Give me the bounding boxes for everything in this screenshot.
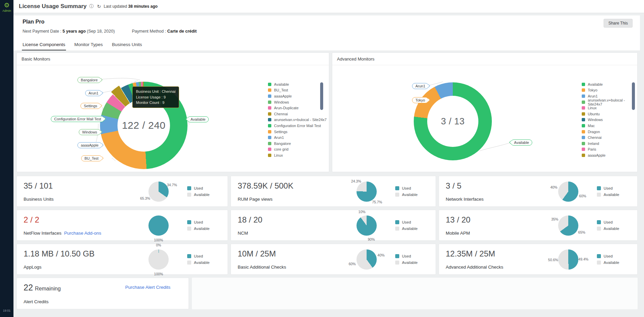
usage-label: Network Interfaces <box>446 197 484 202</box>
usage-pie-chart: 40%60% <box>338 244 395 275</box>
pie[interactable] <box>148 182 169 202</box>
legend-item[interactable]: Linux <box>268 152 327 158</box>
legend-scrollbar[interactable] <box>632 82 635 110</box>
legend-item[interactable]: Arun-Duplicate <box>268 105 327 111</box>
legend-label: core grid <box>274 147 289 151</box>
pie[interactable] <box>148 249 169 270</box>
last-updated-prefix: Last updated <box>104 4 127 9</box>
usage-card: 378.59K / 500KRUM Page views75.7%24.3%Us… <box>231 176 436 207</box>
usage-value: 2 / 2 <box>24 215 130 225</box>
legend-label: Available <box>194 193 209 197</box>
callout-settings: Settings <box>80 103 101 109</box>
pie-percent-used: 49.4% <box>578 257 588 261</box>
pie[interactable] <box>357 215 377 236</box>
usage-card-text: 2 / 2NetFlow InterfacesPurchase Add-ons <box>17 210 130 240</box>
callout-available: Available <box>511 140 532 146</box>
pie-percent-used: 100% <box>154 238 163 242</box>
tab-license-components[interactable]: License Components <box>23 42 65 50</box>
pie[interactable] <box>558 215 578 236</box>
usage-cards-grid: 35 / 101Business Units34.7%65.3%UsedAvai… <box>16 176 638 275</box>
legend-label: Available <box>194 227 209 231</box>
legend-label: Available <box>604 261 619 265</box>
legend-swatch <box>582 88 585 92</box>
legend-item[interactable]: Tokyo <box>582 87 637 93</box>
purchase-alert-credits-link[interactable]: Purchase Alert Credits <box>125 285 170 290</box>
legend-label: Used <box>194 220 203 224</box>
pie-legend-available: Available <box>597 193 637 197</box>
refresh-icon[interactable]: ↻ <box>97 4 101 9</box>
pie-legend: UsedAvailable <box>597 176 637 206</box>
legend-item[interactable]: Arun1 <box>268 134 327 141</box>
legend-item[interactable]: arunselvan.v+bulocal - Site24x7 <box>582 99 637 105</box>
pie-legend: UsedAvailable <box>597 244 637 274</box>
alert-credits-label: Alert Credits <box>24 299 48 304</box>
legend-swatch <box>187 254 191 258</box>
legend-label: Arun1 <box>588 94 598 98</box>
usage-pie-chart: 60%40% <box>540 176 597 207</box>
usage-label: AppLogs <box>24 265 41 270</box>
legend-item[interactable]: Mac <box>582 123 637 129</box>
usage-card: 10M / 25MBasic Additional Checks40%60%Us… <box>231 244 436 275</box>
legend-item[interactable]: Windows <box>268 99 327 105</box>
legend-item[interactable]: Available <box>582 81 637 87</box>
usage-value: 3 / 5 <box>446 181 540 191</box>
legend-item[interactable]: core grid <box>268 147 327 153</box>
legend-swatch <box>582 112 585 116</box>
legend-swatch <box>582 154 585 157</box>
purchase-add-ons-link[interactable]: Purchase Add-ons <box>64 231 101 236</box>
legend-item[interactable]: Ireland <box>582 141 637 147</box>
usage-card-text: 12.35M / 25MAdvanced Additional Checks <box>439 244 540 274</box>
legend-item[interactable]: aaaaApple <box>582 152 637 158</box>
legend-item[interactable]: Windows <box>582 117 637 123</box>
pie-legend-used: Used <box>597 254 637 258</box>
legend-item[interactable]: Bangalore <box>268 141 327 147</box>
usage-value: 12.35M / 25M <box>446 249 540 259</box>
pie-percent-used: 90% <box>368 237 375 241</box>
admin-label: Admin <box>0 9 13 12</box>
pie-percent-available: 10% <box>359 210 366 214</box>
pie[interactable] <box>558 249 578 270</box>
pie-percent-available: 60% <box>349 262 356 266</box>
legend-item[interactable]: Configuration Error Mail Test <box>268 123 327 129</box>
legend-swatch <box>597 220 601 224</box>
legend-item[interactable]: Dragon <box>582 129 637 135</box>
legend-scrollbar[interactable] <box>320 82 323 110</box>
usage-card-text: 1.18 MB / 10.50 GBAppLogs <box>17 244 130 274</box>
pie[interactable] <box>357 182 377 202</box>
legend-item[interactable]: Chennai <box>582 134 637 141</box>
pie[interactable] <box>558 182 578 202</box>
legend-item[interactable]: aaaaApple <box>268 93 327 99</box>
legend-item[interactable]: Available <box>268 81 327 87</box>
tab-monitor-types[interactable]: Monitor Types <box>74 42 103 50</box>
pie[interactable] <box>148 215 169 236</box>
legend-label: Ireland <box>588 142 599 146</box>
legend-label: Available <box>274 82 289 86</box>
legend-label: Arun1 <box>274 135 284 140</box>
pie-legend: UsedAvailable <box>187 176 228 206</box>
legend-swatch <box>597 261 601 265</box>
info-icon[interactable]: ⓘ <box>89 3 94 9</box>
legend-item[interactable]: Ubuntu <box>582 111 637 117</box>
legend-item[interactable]: Chennai <box>268 111 327 117</box>
legend-item[interactable]: Settings <box>268 129 327 135</box>
pie-legend-available: Available <box>395 193 436 197</box>
legend-swatch <box>268 148 271 151</box>
legend-label: Available <box>588 82 603 86</box>
tab-business-units[interactable]: Business Units <box>112 42 142 50</box>
usage-value: 10M / 25M <box>238 249 338 259</box>
admin-gear-icon[interactable]: ⚙ <box>0 2 13 9</box>
legend-label: Windows <box>274 100 289 104</box>
legend-swatch <box>187 227 191 231</box>
legend-label: BU_Test <box>274 88 288 92</box>
share-this-button[interactable]: Share This <box>604 19 633 28</box>
usage-pie-chart: 90%10% <box>338 210 395 241</box>
legend-label: Used <box>402 254 411 258</box>
legend-swatch <box>395 186 399 190</box>
legend-item[interactable]: BU_Test <box>268 87 327 93</box>
usage-card-text: 35 / 101Business Units <box>17 176 130 206</box>
pie[interactable] <box>357 249 377 270</box>
legend-item[interactable]: arunselvan.v+bulocal - Site24x7 <box>268 117 327 123</box>
legend-swatch <box>268 124 271 127</box>
legend-item[interactable]: Paris <box>582 147 637 153</box>
charts-row: Basic Monitors 122 / 240 <box>16 52 638 172</box>
